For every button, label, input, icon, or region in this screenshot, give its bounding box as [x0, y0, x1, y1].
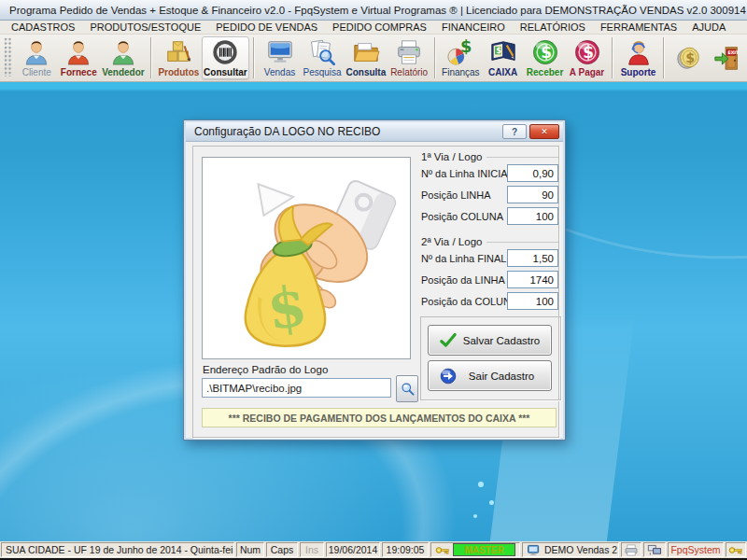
- status-location-date: SUA CIDADE - UF 19 de Junho de 2014 - Qu…: [1, 542, 234, 557]
- window-title: Programa Pedido de Vendas + Estoque & Fi…: [9, 5, 747, 16]
- menu-item-ajuda[interactable]: AJUDA: [684, 21, 733, 33]
- key-icon: [728, 544, 743, 556]
- network-icon: [647, 544, 662, 556]
- status-printer-button[interactable]: [621, 542, 641, 557]
- toolbar-button-vendas[interactable]: Vendas: [259, 36, 301, 79]
- folder-icon: [352, 38, 380, 66]
- field-label: Posição COLUNA: [421, 211, 503, 222]
- toolbar-label-consulta: Consulta: [345, 67, 386, 77]
- toolbar-button-consulta[interactable]: Consulta: [344, 36, 388, 79]
- toolbar-label-cliente: Cliente: [22, 67, 51, 77]
- dialog-help-button[interactable]: ?: [502, 124, 527, 139]
- cash-book-icon: [489, 38, 517, 66]
- toolbar-label-vendas: Vendas: [264, 67, 295, 77]
- menu-item-financeiro[interactable]: FINANCEIRO: [434, 21, 513, 33]
- menu-item-ferramentas[interactable]: FERRAMENTAS: [593, 21, 684, 33]
- linha-inicial-input[interactable]: [507, 164, 558, 182]
- field-row: Nº da Linha INICIAL: [421, 164, 558, 183]
- group-header-via1: 1ª Via / Logo: [421, 151, 558, 162]
- posicao-da-linha-input[interactable]: [507, 271, 558, 288]
- desktop-background: Configuração DA LOGO NO RECIBO ? ✕: [0, 82, 747, 541]
- search-documents-icon: [308, 38, 336, 66]
- field-row: Posição da COLUNA: [421, 292, 558, 311]
- magnifier-icon: [400, 381, 416, 397]
- logo-path-input[interactable]: [202, 378, 391, 398]
- posicao-da-coluna-input[interactable]: [507, 292, 558, 310]
- toolbar-button-moeda[interactable]: [669, 36, 708, 79]
- toolbar-label-caixa: CAIXA: [488, 67, 517, 77]
- toolbar-separator: [612, 37, 613, 78]
- toolbar-button-pesquisa[interactable]: Pesquisa: [301, 36, 344, 79]
- finance-pie-dollar-icon: [446, 38, 474, 66]
- toolbar-label-consultar: Consultar: [204, 67, 247, 77]
- seller-person-icon: [109, 38, 137, 66]
- handshake-moneybag-illustration: $: [203, 158, 410, 358]
- blue-arrow-icon: [439, 367, 458, 385]
- dialog-title: Configuração DA LOGO NO RECIBO: [194, 125, 380, 138]
- key-icon: [435, 544, 450, 556]
- toolbar-button-consultar[interactable]: Consultar: [202, 36, 249, 79]
- status-time: 19:09:05: [382, 542, 429, 557]
- posicao-linha-input[interactable]: [507, 186, 558, 203]
- report-printer-icon: [395, 38, 423, 66]
- sales-monitor-icon: [266, 38, 294, 66]
- toolbar-button-vendedor[interactable]: Vendedor: [100, 36, 147, 79]
- menu-item-produtos-estoque[interactable]: PRODUTOS/ESTOQUE: [82, 21, 208, 33]
- toolbar-button-sair[interactable]: [708, 36, 747, 79]
- status-brand: FpqSystem: [668, 542, 724, 557]
- field-row: Posição COLUNA: [421, 207, 558, 226]
- status-date: 19/06/2014: [326, 542, 380, 557]
- logo-preview-image: $: [202, 157, 411, 359]
- menu-item-cadastros[interactable]: CADASTROS: [4, 21, 82, 33]
- toolbar-separator: [150, 37, 152, 78]
- toolbar-label-a-pagar: A Pagar: [570, 67, 604, 77]
- linha-final-input[interactable]: [507, 249, 558, 267]
- menu-item-pedido-de-vendas[interactable]: PEDIDO DE VENDAS: [208, 21, 325, 33]
- menu-item-relatorios[interactable]: RELATÓRIOS: [513, 21, 593, 33]
- receive-dollar-icon: [531, 38, 559, 66]
- supplier-person-icon: [64, 38, 92, 66]
- toolbar-button-relatorio[interactable]: Relatório: [388, 36, 430, 79]
- computer-icon: [527, 544, 542, 556]
- toolbar-grip: [4, 37, 12, 77]
- browse-logo-button[interactable]: [396, 375, 418, 402]
- toolbar-button-caixa[interactable]: CAIXA: [482, 36, 524, 79]
- status-bar: SUA CIDADE - UF 19 de Junho de 2014 - Qu…: [0, 541, 747, 558]
- dialog-close-button[interactable]: ✕: [529, 124, 559, 139]
- logo-path-label: Endereço Padrão do Logo: [203, 364, 328, 375]
- toolbar-label-fornece: Fornece: [61, 67, 97, 77]
- toolbar-label-receber: Receber: [527, 67, 563, 77]
- toolbar-button-a-pagar[interactable]: A Pagar: [566, 36, 608, 79]
- client-person-icon: [22, 38, 50, 66]
- menu-item-pedido-compras[interactable]: PEDIDO COMPRAS: [325, 21, 434, 33]
- check-icon: [439, 331, 458, 350]
- field-row: Posição da LINHA: [421, 271, 558, 289]
- dialog-title-bar[interactable]: Configuração DA LOGO NO RECIBO ? ✕: [186, 122, 563, 142]
- toolbar-button-suporte[interactable]: Suporte: [617, 36, 659, 79]
- toolbar-button-cliente[interactable]: Cliente: [16, 36, 58, 79]
- toolbar-button-fornece[interactable]: Fornece: [58, 36, 100, 79]
- toolbar-button-receber[interactable]: Receber: [524, 36, 566, 79]
- toolbar-label-relatorio: Relatório: [390, 67, 428, 77]
- salvar-cadastro-button[interactable]: Salvar Cadastro: [428, 325, 552, 356]
- posicao-coluna-input[interactable]: [507, 207, 558, 225]
- printer-icon: [624, 544, 639, 556]
- toolbar-separator: [434, 37, 436, 78]
- field-row: Posição LINHA: [421, 186, 558, 204]
- dialog-footer-note: *** RECIBO DE PAGAMENTO DOS LANÇAMENTOS …: [202, 408, 557, 427]
- support-person-icon: [625, 38, 653, 66]
- field-label: Nº da Linha FINAL: [421, 253, 506, 264]
- toolbar: ClienteForneceVendedorProdutosConsultarV…: [0, 35, 747, 82]
- field-label: Posição da COLUNA: [421, 296, 517, 307]
- toolbar-button-financas[interactable]: Finanças: [440, 36, 482, 79]
- pay-dollar-icon: [573, 38, 601, 66]
- toolbar-button-produtos[interactable]: Produtos: [156, 36, 202, 79]
- sair-cadastro-button[interactable]: Sair Cadastro: [428, 360, 552, 391]
- field-label: Nº da Linha INICIAL: [421, 168, 514, 179]
- products-boxes-icon: [164, 38, 192, 66]
- master-badge: MASTER: [453, 543, 515, 556]
- toolbar-label-suporte: Suporte: [621, 67, 656, 77]
- toolbar-label-financas: Finanças: [442, 67, 480, 77]
- status-network-button[interactable]: [643, 542, 666, 557]
- status-key-button[interactable]: [726, 542, 746, 557]
